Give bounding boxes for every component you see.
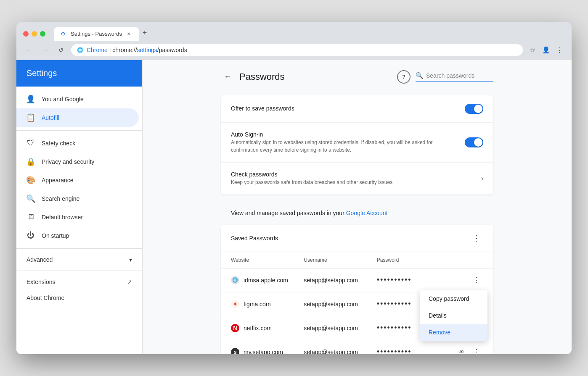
apple-favicon: 🌐: [231, 276, 239, 284]
help-button[interactable]: ?: [397, 70, 411, 84]
offer-to-save-label: Offer to save passwords: [231, 105, 465, 112]
col-actions: [450, 257, 483, 263]
sidebar-advanced-section[interactable]: Advanced ▾: [16, 252, 142, 267]
sidebar-item-safety-check[interactable]: 🛡 Safety check: [16, 134, 139, 153]
sidebar-extensions-label: Extensions: [26, 279, 55, 285]
copy-password-menu-item[interactable]: Copy password: [420, 290, 487, 307]
check-passwords-desc: Keep your passwords safe from data breac…: [231, 179, 450, 186]
secure-icon: 🌐: [77, 47, 83, 53]
check-passwords-row[interactable]: Check passwords Keep your passwords safe…: [221, 163, 493, 195]
reload-button[interactable]: ↺: [55, 44, 67, 56]
active-tab[interactable]: ⚙ Settings - Passwords ✕: [54, 27, 139, 41]
tab-title: Settings - Passwords: [71, 31, 122, 37]
row-actions: 👁 ⋮: [450, 345, 483, 354]
sidebar-item-autofill[interactable]: 📋 Autofill: [16, 108, 139, 127]
traffic-lights: [23, 31, 45, 37]
site-cell: ✦ figma.com: [231, 300, 304, 308]
google-account-link[interactable]: Google Account: [346, 210, 388, 216]
site-name: netflix.com: [244, 325, 272, 331]
remove-menu-item[interactable]: Remove: [420, 324, 487, 341]
tabs-bar: ⚙ Settings - Passwords ✕ +: [54, 27, 565, 41]
context-menu: Copy password Details Remove: [420, 290, 487, 341]
account-link-prefix: View and manage saved passwords in your: [231, 210, 346, 216]
toggle-knob-2: [474, 138, 482, 147]
table-header-row: Website Username Password: [221, 252, 493, 268]
offer-to-save-row: Offer to save passwords: [221, 95, 493, 123]
auto-signin-row: Auto Sign-in Automatically sign in to we…: [221, 123, 493, 163]
forward-button[interactable]: →: [39, 44, 51, 56]
passwords-table: Website Username Password 🌐 idmsa.apple.…: [221, 252, 493, 354]
table-row: 🌐 idmsa.apple.com setapp@setapp.com ••••…: [221, 268, 493, 292]
sidebar-divider-2: [16, 248, 142, 249]
minimize-window-button[interactable]: [32, 31, 37, 37]
auto-signin-desc: Automatically sign in to websites using …: [231, 139, 450, 154]
site-name: figma.com: [244, 301, 271, 308]
offer-to-save-toggle[interactable]: [465, 104, 483, 114]
col-website: Website: [231, 257, 304, 263]
magnify-icon: 🔍: [26, 195, 35, 203]
sidebar-item-you-and-google[interactable]: 👤 You and Google: [16, 90, 139, 108]
close-window-button[interactable]: [23, 31, 29, 37]
sidebar-label-you-and-google: You and Google: [42, 96, 84, 103]
sidebar-label-default-browser: Default browser: [42, 214, 83, 221]
autofill-icon: 📋: [26, 113, 35, 122]
title-bar: ⚙ Settings - Passwords ✕ +: [16, 22, 572, 41]
page-back-button[interactable]: ←: [221, 70, 234, 84]
sidebar-label-safety-check: Safety check: [42, 140, 75, 147]
row-actions: ⋮ Copy password Details Remove: [450, 273, 483, 287]
saved-passwords-more-button[interactable]: ⋮: [470, 231, 483, 245]
sidebar: Settings 👤 You and Google 📋 Autofill 🛡 S…: [16, 60, 143, 354]
sidebar-nav: 👤 You and Google 📋 Autofill 🛡 Safety che…: [16, 87, 142, 354]
main-panel: ← Passwords ? 🔍 Offer to save passwords: [143, 60, 572, 354]
saved-passwords-header: Saved Passwords ⋮: [221, 225, 493, 252]
netflix-favicon: N: [231, 324, 239, 332]
row-more-button[interactable]: ⋮: [470, 273, 483, 287]
monitor-icon: 🖥: [26, 213, 35, 221]
page-title: Passwords: [239, 71, 392, 82]
site-cell: N netflix.com: [231, 324, 304, 332]
details-menu-item[interactable]: Details: [420, 307, 487, 324]
palette-icon: 🎨: [26, 176, 35, 184]
chevron-right-icon: ›: [481, 175, 483, 182]
bookmark-button[interactable]: ☆: [527, 45, 538, 55]
search-passwords-wrap[interactable]: 🔍: [416, 72, 493, 82]
chevron-down-icon: ▾: [129, 256, 132, 263]
tab-favicon-icon: ⚙: [61, 31, 67, 37]
tab-close-button[interactable]: ✕: [125, 31, 132, 37]
account-button[interactable]: 👤: [540, 45, 551, 55]
password-cell: ••••••••••: [377, 276, 450, 284]
browser-actions: ☆ 👤 ⋮: [527, 45, 565, 55]
username-cell: setapp@setapp.com: [304, 325, 376, 331]
sidebar-label-privacy: Privacy and security: [42, 158, 94, 165]
new-tab-button[interactable]: +: [139, 27, 151, 39]
back-button[interactable]: ←: [23, 44, 35, 56]
row-more-button[interactable]: ⋮: [470, 345, 483, 354]
sidebar-advanced-label: Advanced: [26, 256, 53, 263]
saved-passwords-card: Saved Passwords ⋮ Website Username Passw…: [221, 225, 493, 354]
username-cell: setapp@setapp.com: [304, 277, 376, 284]
setapp-favicon: s: [231, 348, 239, 354]
sidebar-label-search-engine: Search engine: [42, 195, 79, 202]
address-bar-input[interactable]: 🌐 Chrome | chrome://settings/passwords: [71, 44, 523, 56]
sidebar-item-appearance[interactable]: 🎨 Appearance: [16, 171, 139, 189]
sidebar-item-privacy[interactable]: 🔒 Privacy and security: [16, 153, 139, 171]
sidebar-item-default-browser[interactable]: 🖥 Default browser: [16, 208, 139, 226]
auto-signin-toggle[interactable]: [465, 137, 483, 147]
url-prefix: Chrome: [87, 47, 108, 53]
maximize-window-button[interactable]: [40, 31, 45, 37]
saved-passwords-title: Saved Passwords: [231, 235, 278, 242]
sidebar-item-on-startup[interactable]: ⏻ On startup: [16, 226, 139, 245]
sidebar-item-about-chrome[interactable]: About Chrome: [16, 289, 139, 306]
figma-favicon: ✦: [231, 300, 239, 308]
username-cell: setapp@setapp.com: [304, 349, 376, 354]
show-password-button[interactable]: 👁: [455, 345, 468, 354]
search-passwords-input[interactable]: [426, 72, 493, 79]
sidebar-extensions[interactable]: Extensions ↗: [16, 274, 142, 289]
page-header: ← Passwords ? 🔍: [221, 70, 493, 84]
sidebar-divider-1: [16, 130, 142, 131]
sidebar-title: Settings: [16, 60, 142, 87]
col-password: Password: [377, 257, 450, 263]
chrome-more-button[interactable]: ⋮: [554, 45, 565, 55]
sidebar-item-search-engine[interactable]: 🔍 Search engine: [16, 189, 139, 208]
account-link-row: View and manage saved passwords in your …: [221, 201, 493, 225]
